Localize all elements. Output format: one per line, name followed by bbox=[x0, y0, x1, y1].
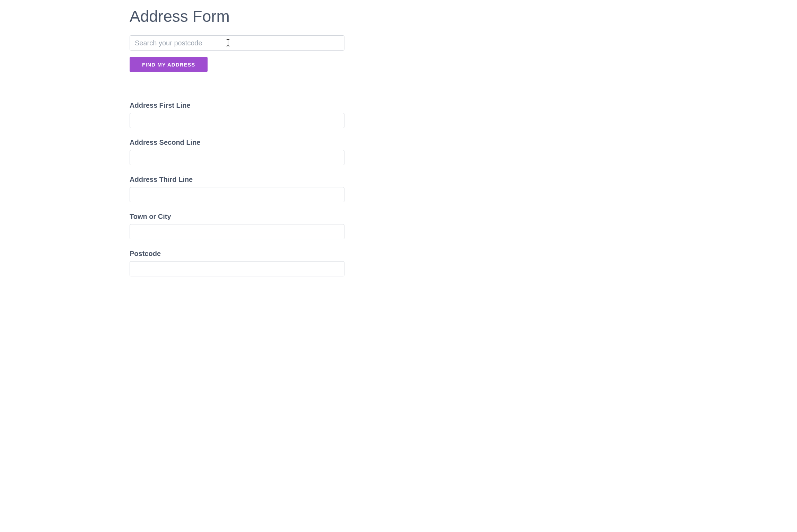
town-city-input[interactable] bbox=[130, 224, 344, 239]
town-city-group: Town or City bbox=[130, 213, 344, 239]
postcode-group: Postcode bbox=[130, 250, 344, 276]
address-third-line-group: Address Third Line bbox=[130, 176, 344, 202]
address-second-line-input[interactable] bbox=[130, 150, 344, 165]
address-first-line-group: Address First Line bbox=[130, 101, 344, 128]
form-divider bbox=[130, 88, 344, 88]
town-city-label: Town or City bbox=[130, 213, 344, 221]
address-second-line-label: Address Second Line bbox=[130, 139, 344, 147]
address-third-line-input[interactable] bbox=[130, 187, 344, 202]
address-form-container: Address Form FIND MY ADDRESS Address Fir… bbox=[130, 0, 344, 276]
find-address-button[interactable]: FIND MY ADDRESS bbox=[130, 57, 208, 72]
postcode-search-input[interactable] bbox=[130, 35, 344, 51]
address-first-line-label: Address First Line bbox=[130, 101, 344, 109]
page-title: Address Form bbox=[130, 7, 344, 26]
postcode-label: Postcode bbox=[130, 250, 344, 258]
postcode-input[interactable] bbox=[130, 261, 344, 276]
address-third-line-label: Address Third Line bbox=[130, 176, 344, 184]
address-second-line-group: Address Second Line bbox=[130, 139, 344, 165]
address-first-line-input[interactable] bbox=[130, 113, 344, 128]
